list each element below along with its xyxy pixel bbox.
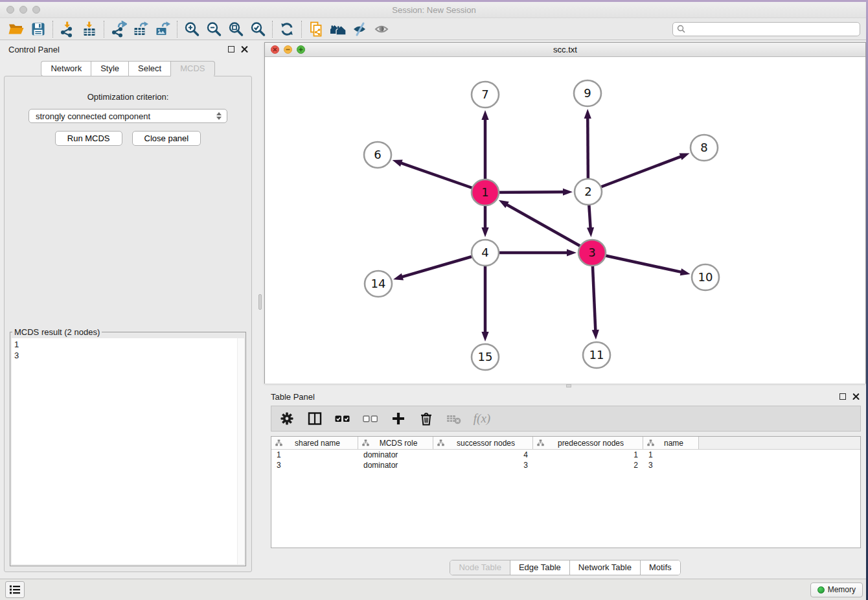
close-panel-button[interactable]: Close panel [132, 131, 201, 146]
toggle-column-view-button[interactable] [306, 409, 324, 428]
column-header-successor-nodes[interactable]: successor nodes [433, 437, 533, 449]
network-zoom-button[interactable] [297, 45, 305, 54]
duplicate-network-button[interactable] [305, 19, 327, 39]
search-field[interactable] [672, 22, 860, 36]
tab-motifs[interactable]: Motifs [641, 560, 680, 575]
unselect-all-columns-button[interactable] [361, 409, 380, 428]
task-history-button[interactable] [5, 581, 25, 598]
horizontal-splitter[interactable] [264, 384, 868, 389]
refresh-button[interactable] [276, 19, 298, 39]
splitter-handle[interactable] [258, 294, 262, 310]
graph-node-7[interactable]: 7 [472, 82, 499, 108]
graph-node-11[interactable]: 11 [583, 342, 610, 368]
import-table-button[interactable] [78, 19, 100, 39]
status-bar: Memory [0, 579, 868, 600]
tab-style[interactable]: Style [91, 61, 128, 76]
result-scrollbar[interactable] [237, 338, 244, 564]
criterion-dropdown[interactable]: strongly connected component [29, 109, 227, 123]
close-panel-icon[interactable] [241, 46, 248, 53]
network-canvas[interactable]: 7968124314101511 [265, 57, 865, 384]
toolbar-separator [52, 21, 53, 38]
graph-node-3[interactable]: 3 [578, 240, 606, 266]
zoom-fit-button[interactable] [225, 19, 247, 39]
tab-edge-table[interactable]: Edge Table [510, 560, 570, 575]
column-header-filler [699, 437, 860, 449]
delete-column-icon [418, 411, 434, 426]
delete-table-button[interactable] [445, 409, 463, 428]
show-graphics-button[interactable] [371, 19, 393, 39]
table-cell: 1 [643, 450, 699, 460]
splitter-handle[interactable] [566, 384, 571, 387]
run-mcds-button[interactable]: Run MCDS [55, 131, 122, 146]
export-network-button[interactable] [108, 19, 130, 39]
export-table-button[interactable] [130, 19, 152, 39]
settings-gear-button[interactable] [278, 409, 296, 428]
graph-edge-arrowhead [393, 160, 403, 167]
main-toolbar [0, 18, 868, 40]
graph-node-4[interactable]: 4 [472, 240, 499, 266]
import-table-icon [81, 21, 98, 38]
table-cell: 3 [433, 460, 533, 470]
network-window-titlebar: scc.txt [265, 43, 865, 57]
optimization-criterion-label: Optimization criterion: [5, 92, 251, 102]
dropdown-stepper-icon [216, 112, 222, 120]
tab-network[interactable]: Network [41, 61, 91, 76]
add-column-button[interactable] [389, 409, 407, 428]
tab-node-table[interactable]: Node Table [450, 560, 510, 575]
save-session-button[interactable] [27, 19, 49, 39]
vertical-splitter[interactable] [256, 40, 264, 579]
graph-node-2[interactable]: 2 [575, 179, 602, 205]
network-minimize-button[interactable] [284, 45, 292, 54]
memory-button[interactable]: Memory [810, 583, 863, 597]
delete-column-button[interactable] [417, 409, 435, 428]
column-header-name[interactable]: name [643, 437, 699, 449]
hide-graphics-button[interactable] [349, 19, 371, 39]
graph-edge-3-1[interactable] [506, 204, 592, 253]
graph-node-10[interactable]: 10 [692, 264, 719, 290]
graph-node-1[interactable]: 1 [472, 179, 499, 205]
window-title: Session: New Session [0, 5, 868, 15]
table-row[interactable]: 1dominator411 [271, 450, 860, 460]
zoom-selected-button[interactable] [247, 19, 269, 39]
tab-mcds[interactable]: MCDS [170, 61, 214, 76]
column-header-predecessor-nodes[interactable]: predecessor nodes [533, 437, 643, 449]
graph-node-6[interactable]: 6 [364, 142, 391, 168]
function-builder-button[interactable]: f(x) [473, 409, 491, 428]
close-panel-icon[interactable] [852, 393, 860, 400]
hide-graphics-icon [352, 21, 369, 38]
graph-edge-2-8[interactable] [588, 156, 681, 192]
zoom-out-icon [205, 21, 222, 38]
open-file-button[interactable] [5, 19, 27, 39]
zoom-in-icon [183, 21, 200, 38]
open-file-icon [8, 21, 25, 38]
tab-select[interactable]: Select [128, 61, 170, 76]
settings-gear-icon [279, 411, 295, 426]
graph-node-9[interactable]: 9 [574, 80, 601, 106]
tab-network-table[interactable]: Network Table [570, 560, 641, 575]
graph-node-14[interactable]: 14 [365, 271, 392, 297]
table-cell: 4 [433, 450, 533, 460]
zoom-out-button[interactable] [203, 19, 225, 39]
show-graphics-icon [374, 21, 391, 38]
float-panel-icon[interactable] [228, 46, 234, 52]
export-image-button[interactable] [152, 19, 174, 39]
column-header-shared-name[interactable]: shared name [271, 437, 358, 449]
graph-node-8[interactable]: 8 [691, 135, 718, 161]
mcds-result-fieldset: MCDS result (2 nodes) 1 3 [10, 327, 246, 566]
table-row[interactable]: 3dominator323 [271, 460, 860, 470]
network-close-button[interactable] [271, 45, 279, 54]
import-network-button[interactable] [56, 19, 78, 39]
float-panel-icon[interactable] [839, 393, 846, 400]
column-header-MCDS-role[interactable]: MCDS role [358, 437, 433, 449]
graph-node-label: 7 [481, 87, 488, 101]
table-cell: 2 [533, 460, 643, 470]
refresh-icon [279, 21, 295, 38]
node-table[interactable]: shared nameMCDS rolesuccessor nodesprede… [271, 436, 861, 548]
graph-node-15[interactable]: 15 [472, 344, 499, 370]
first-neighbors-icon [329, 21, 347, 38]
select-all-columns-button[interactable] [334, 409, 352, 428]
search-input[interactable] [689, 25, 856, 34]
mcds-result-text[interactable]: 1 3 [12, 338, 244, 564]
first-neighbors-button[interactable] [327, 19, 349, 39]
zoom-in-button[interactable] [181, 19, 203, 39]
